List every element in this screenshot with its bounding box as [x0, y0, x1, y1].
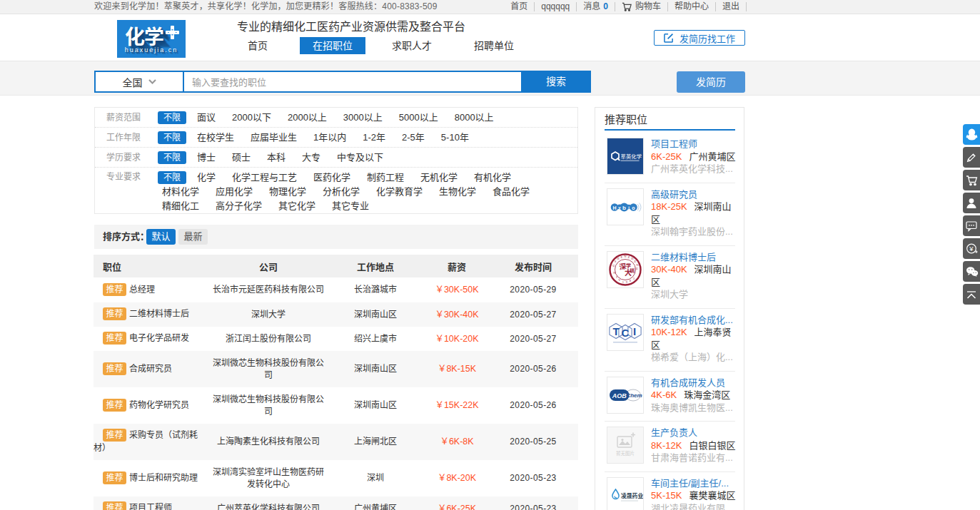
svg-text:H: H [612, 205, 616, 210]
svg-text:AOB: AOB [612, 392, 627, 399]
svg-text:C: C [622, 326, 630, 338]
svg-text:Chem: Chem [626, 392, 642, 399]
svg-text:¥: ¥ [969, 245, 974, 253]
svg-text:凌晟药业: 凌晟药业 [621, 491, 643, 499]
svg-text:Z: Z [628, 255, 630, 258]
svg-text:I: I [633, 325, 636, 337]
svg-text:S: S [615, 260, 617, 263]
svg-text:b: b [622, 204, 626, 210]
svg-text:暂无图片: 暂无图片 [616, 449, 635, 457]
svg-text:萃英化学: 萃英化学 [621, 152, 642, 160]
svg-text:E: E [621, 255, 623, 258]
svg-text:o: o [632, 205, 635, 210]
svg-text:T: T [612, 325, 619, 337]
svg-text:圳: 圳 [630, 267, 635, 274]
